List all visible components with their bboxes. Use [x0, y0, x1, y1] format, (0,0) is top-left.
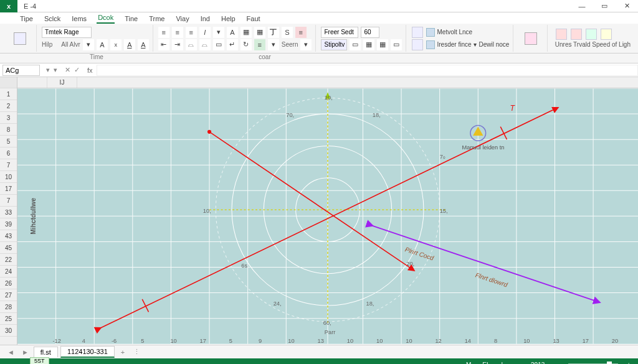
group-label-coar: coar: [193, 54, 336, 63]
wrap-icon[interactable]: ↵: [227, 39, 238, 50]
right-icon-2[interactable]: [571, 29, 582, 40]
menu-tab[interactable]: Help: [220, 14, 237, 24]
status-item[interactable]: ▭: [512, 362, 522, 365]
font-small-button[interactable]: A: [97, 39, 108, 50]
menu-tab[interactable]: Dcok: [97, 12, 115, 24]
maximize-button[interactable]: ▭: [593, 0, 616, 12]
dewil-button[interactable]: Dewil noce: [479, 41, 510, 48]
chart-icon[interactable]: [412, 27, 423, 38]
font-small-button[interactable]: x: [110, 39, 121, 50]
sheet-tab[interactable]: fl.st: [34, 347, 58, 357]
dropdown-icon[interactable]: ▾: [300, 39, 312, 50]
status-item[interactable]: EL: [480, 362, 492, 365]
small-icon[interactable]: ▦: [377, 39, 388, 50]
fill-green-button[interactable]: ≡: [254, 39, 265, 50]
menu-tab[interactable]: Ind: [199, 14, 211, 24]
fill-color-button[interactable]: A: [138, 39, 149, 50]
zoom-in-button[interactable]: +: [624, 362, 633, 365]
rotate-icon[interactable]: ↻: [240, 39, 252, 50]
row-headers[interactable]: 1238567101773339434522242627282530: [0, 77, 17, 345]
border-icon[interactable]: ▦: [254, 27, 265, 38]
svg-text:12: 12: [435, 338, 441, 344]
font-button[interactable]: A: [227, 27, 238, 38]
x-axis-label: Parr: [325, 329, 335, 335]
rad-label: 18,: [366, 301, 374, 307]
column-headers[interactable]: IJ: [17, 77, 638, 88]
svg-text:13: 13: [318, 338, 324, 344]
dropdown-icon[interactable]: ▾: [213, 27, 224, 38]
indent-icon[interactable]: ⇥: [172, 39, 183, 50]
right-icon-1[interactable]: [556, 29, 567, 40]
add-sheet-button[interactable]: +: [117, 348, 128, 356]
align-center-icon[interactable]: ≡: [172, 27, 183, 38]
bold-button[interactable]: 丁: [268, 27, 279, 38]
dropdown-icon[interactable]: ▾: [83, 39, 94, 50]
ribbon: Tmtek Rage Hilp All Alvr ▾ A x A A ≡ ≡ ≡…: [0, 24, 638, 54]
svg-text:14: 14: [465, 338, 471, 344]
refresh-icon: [525, 32, 537, 45]
italic-button[interactable]: I: [199, 27, 211, 38]
small-icon[interactable]: ▭: [391, 39, 402, 50]
menu-tab[interactable]: Sclck: [43, 14, 62, 24]
sheet-icon: [426, 28, 435, 37]
svg-text:20: 20: [612, 338, 618, 344]
rad-label: 18,: [373, 112, 381, 118]
menu-tab[interactable]: Iems: [70, 14, 88, 24]
highlight-button[interactable]: ≡: [295, 27, 307, 38]
border-top-icon[interactable]: ⌓: [199, 39, 211, 50]
cancel-icon[interactable]: ✕: [65, 66, 70, 74]
metvolt-button[interactable]: Metvolt Lnce: [426, 28, 472, 37]
table-icon[interactable]: [412, 39, 423, 50]
style-combo[interactable]: Tmtek Rage: [42, 27, 92, 38]
menu-tab[interactable]: Tipe: [19, 14, 34, 24]
tab-nav-next[interactable]: ►: [19, 348, 31, 356]
menu-tab[interactable]: Faut: [245, 14, 262, 24]
svg-text:5: 5: [229, 338, 232, 344]
rad-label: 6s: [241, 263, 247, 269]
rad-label: 15,: [440, 208, 448, 214]
name-box[interactable]: ACg: [2, 65, 40, 76]
right-icon-4[interactable]: [601, 29, 612, 40]
status-year: 2013: [528, 362, 547, 365]
formula-input[interactable]: [97, 65, 638, 76]
rad-label: 60,: [323, 320, 331, 326]
dropdown-icon[interactable]: ▾: [46, 66, 50, 74]
iresder-button[interactable]: Iresder fince▾: [426, 40, 476, 49]
font-size-combo[interactable]: 60: [361, 27, 379, 38]
fx-icon[interactable]: fx: [83, 67, 97, 74]
refresh-button[interactable]: [518, 32, 543, 45]
align-left-icon[interactable]: ≡: [158, 27, 169, 38]
strike-button[interactable]: S: [282, 27, 293, 38]
paste-button[interactable]: [7, 32, 32, 45]
border-icon[interactable]: ▦: [240, 27, 252, 38]
font-name-combo[interactable]: Freer Sedt: [321, 27, 358, 38]
dropdown-icon[interactable]: ▾: [54, 66, 57, 74]
app-icon: x: [0, 0, 17, 12]
sprint-button[interactable]: Stipoltv: [321, 39, 347, 50]
right-icon-3[interactable]: [586, 29, 597, 40]
menu-tab[interactable]: Trme: [148, 14, 166, 24]
menu-tab[interactable]: Tine: [123, 14, 139, 24]
zoom-out-button[interactable]: −: [553, 362, 562, 365]
tab-nav-prev[interactable]: ◄: [5, 348, 17, 356]
small-tag: 5ST: [30, 357, 49, 364]
close-button[interactable]: ✕: [616, 0, 638, 12]
font-color-button[interactable]: A: [124, 39, 135, 50]
sheet-tab[interactable]: 1124130-331: [60, 346, 115, 358]
small-icon[interactable]: ▦: [363, 39, 374, 50]
merge-icon[interactable]: ▭: [213, 39, 224, 50]
status-item[interactable]: M: [464, 362, 474, 365]
border-bottom-icon[interactable]: ⌓: [186, 39, 197, 50]
menu-tab[interactable]: Viay: [174, 14, 190, 24]
align-right-icon[interactable]: ≡: [186, 27, 197, 38]
minimize-button[interactable]: —: [571, 0, 593, 12]
svg-text:17: 17: [583, 338, 589, 344]
formula-bar: ACg ▾▾ ✕✓ fx: [0, 63, 638, 77]
align-label: All Alvr: [61, 41, 80, 48]
small-icon[interactable]: ▭: [350, 39, 361, 50]
accept-icon[interactable]: ✓: [74, 66, 80, 74]
chart-canvas[interactable]: 10, 70, 18, 7₀ 10, 15, 6s 20, 24, 18, 60…: [17, 88, 638, 344]
indent-icon[interactable]: ⇤: [158, 39, 169, 50]
svg-text:10: 10: [406, 338, 412, 344]
dropdown-icon[interactable]: ▾: [268, 39, 279, 50]
